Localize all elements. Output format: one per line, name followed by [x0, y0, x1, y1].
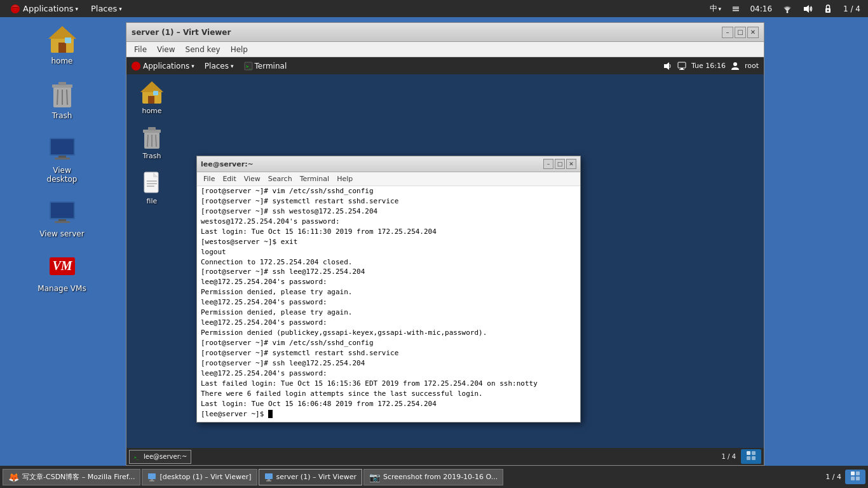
taskbar-firefox[interactable]: 🦊 写文章-CSDN博客 – Mozilla Firef... — [3, 469, 140, 485]
guest-desktop-icon-file[interactable]: file — [130, 170, 174, 205]
guest-icon-trash-label: Trash — [142, 152, 161, 160]
terminal-line: [root@server ~]# vim /etc/ssh/sshd_confi… — [201, 186, 576, 196]
desktop-icon-view-server[interactable]: View server — [37, 196, 88, 238]
svg-point-6 — [827, 10, 829, 11]
svg-rect-24 — [55, 221, 70, 223]
terminal-menu-view[interactable]: View — [240, 173, 264, 184]
svg-rect-30 — [678, 62, 686, 68]
terminal-content[interactable]: [root@server ~]# vim /etc/ssh/sshd_confi… — [197, 186, 580, 422]
guest-display-icon[interactable] — [677, 62, 686, 71]
svg-line-14 — [57, 90, 58, 105]
desktop-icon-trash-label: Trash — [52, 111, 72, 120]
svg-marker-35 — [140, 81, 163, 92]
terminal-line: Last failed login: Tue Oct 15 16:15:36 E… — [201, 379, 576, 389]
taskbar-server-viewer[interactable]: server (1) – Virt Viewer — [259, 469, 362, 485]
svg-marker-4 — [804, 5, 809, 13]
guest-taskbar-right: 1 / 4 — [722, 449, 761, 464]
places-menu[interactable]: Places ▾ — [86, 0, 127, 17]
terminal-line: Last login: Tue Oct 15 16:11:30 2019 fro… — [201, 227, 576, 237]
desktop-icon-trash[interactable]: Trash — [37, 78, 88, 120]
guest-apps-icon — [132, 62, 140, 71]
guest-desktop-icon-trash[interactable]: Trash — [130, 125, 174, 160]
lock-icon[interactable] — [820, 0, 836, 17]
guest-topbar-left: Applications ▾ Places ▾ >_ Terminal — [126, 57, 292, 74]
guest-volume-icon[interactable] — [663, 62, 672, 71]
terminal-line: westos@172.25.254.204's password: — [201, 217, 576, 227]
svg-text:>_: >_ — [134, 455, 139, 460]
close-button[interactable]: ✕ — [747, 27, 759, 38]
svg-rect-36 — [148, 96, 154, 104]
taskbar-server-icon — [264, 473, 273, 482]
svg-rect-2 — [12, 7, 18, 8]
terminal-close-button[interactable]: ✕ — [566, 159, 576, 169]
desktop-icon-view-desktop[interactable]: View desktop — [37, 133, 88, 184]
taskbar-screenshot-icon: 📷 — [369, 472, 380, 482]
svg-rect-55 — [148, 473, 156, 479]
terminal-minimize-button[interactable]: – — [543, 159, 553, 169]
virt-viewer-menu-help[interactable]: Help — [226, 44, 253, 55]
guest-taskbar-terminal-icon: >_ — [133, 453, 141, 461]
terminal-maximize-button[interactable]: □ — [555, 159, 565, 169]
terminal-line: [root@server ~]# ssh lee@172.25.254.204 — [201, 267, 576, 277]
svg-line-16 — [67, 90, 67, 105]
terminal-title: lee@server:~ — [201, 160, 254, 168]
svg-rect-60 — [266, 480, 271, 482]
virt-viewer-menubar: File View Send key Help — [126, 42, 764, 57]
guest-pager-icon — [746, 451, 756, 461]
wifi-icon[interactable] — [780, 0, 795, 17]
terminal-menu-search[interactable]: Search — [264, 173, 296, 184]
terminal-line: Connection to 172.25.254.204 closed. — [201, 257, 576, 268]
desktop-icon-home-label: home — [51, 57, 72, 65]
input-method[interactable]: 中 ▾ — [707, 0, 724, 17]
terminal-line: Permission denied, please try again. — [201, 287, 576, 297]
svg-rect-54 — [752, 456, 756, 460]
svg-rect-51 — [747, 451, 750, 455]
guest-clock: Tue 16:16 — [691, 62, 726, 70]
svg-point-3 — [787, 11, 789, 13]
host-pager-icon — [850, 471, 860, 481]
virt-viewer-menu-sendkey[interactable]: Send key — [180, 44, 226, 55]
virt-viewer-titlebar: server (1) – Virt Viewer – □ ✕ — [126, 23, 764, 42]
svg-rect-58 — [265, 473, 273, 479]
terminal-line: [root@server ~]# ssh westos@172.25.254.2… — [201, 207, 576, 217]
svg-rect-63 — [851, 477, 855, 480]
guest-desktop-icon-home[interactable]: home — [130, 79, 174, 115]
desktop-icon-manage-vms[interactable]: VM Manage VMs — [37, 251, 88, 293]
svg-rect-37 — [153, 91, 158, 95]
svg-rect-32 — [679, 69, 684, 70]
minimize-button[interactable]: – — [722, 27, 733, 38]
terminal-window: lee@server:~ – □ ✕ File Edit View Search… — [196, 156, 581, 423]
maximize-button[interactable]: □ — [735, 27, 746, 38]
terminal-menu-file[interactable]: File — [200, 173, 219, 184]
terminal-menu-help[interactable]: Help — [333, 173, 356, 184]
taskbar-screenshot[interactable]: 📷 Screenshot from 2019-10-16 O... — [363, 469, 503, 485]
volume-icon[interactable] — [800, 0, 815, 17]
virt-viewer-menu-view[interactable]: View — [152, 44, 180, 55]
terminal-cursor — [268, 410, 273, 418]
applications-menu[interactable]: Applications ▾ — [5, 0, 83, 17]
terminal-win-controls: – □ ✕ — [543, 159, 576, 169]
menu-indicator[interactable]: ≡ — [729, 0, 742, 17]
guest-applications-menu[interactable]: Applications ▾ — [126, 57, 200, 74]
svg-rect-18 — [51, 139, 74, 154]
guest-taskbar: >_ lee@server:~ 1 / 4 — [126, 448, 764, 465]
virt-viewer-menu-file[interactable]: File — [129, 44, 152, 55]
guest-taskbar-terminal[interactable]: >_ lee@server:~ — [129, 450, 191, 464]
desktop-icon-home[interactable]: home — [37, 24, 88, 65]
guest-page-button[interactable] — [741, 449, 761, 464]
desktop-icon-view-server-label: View server — [39, 229, 84, 238]
guest-user-icon[interactable] — [731, 62, 740, 71]
svg-text:>_: >_ — [246, 64, 252, 69]
host-pager-button[interactable] — [845, 470, 865, 484]
guest-places-menu[interactable]: Places ▾ — [200, 57, 239, 74]
taskbar-desktop-viewer[interactable]: [desktop (1) – Virt Viewer] — [142, 469, 257, 485]
terminal-line: lee@172.25.254.204's password: — [201, 318, 576, 328]
terminal-menu-edit[interactable]: Edit — [219, 173, 240, 184]
terminal-menu-terminal[interactable]: Terminal — [296, 173, 334, 184]
guest-terminal-menu[interactable]: >_ Terminal — [239, 57, 292, 74]
terminal-line: [lee@server ~]$ — [201, 409, 576, 419]
guest-desktop: Applications ▾ Places ▾ >_ Terminal — [126, 57, 764, 465]
clock: 04:16 — [747, 0, 775, 17]
terminal-line: Permission denied (publickey,gssapi-keye… — [201, 328, 576, 338]
terminal-line: lee@172.25.254.204's password: — [201, 369, 576, 379]
